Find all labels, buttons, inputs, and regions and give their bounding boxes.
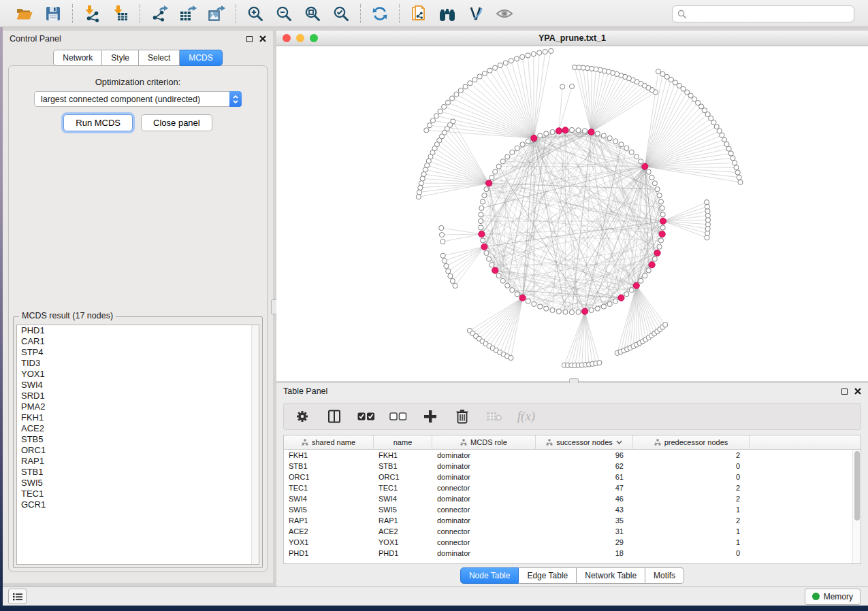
graph-mcds-node[interactable] [618,295,624,301]
graph-node[interactable] [619,142,624,147]
graph-leaf-node[interactable] [424,128,429,133]
graph-leaf-node[interactable] [434,114,439,118]
memory-button[interactable]: Memory [805,589,861,605]
graph-node[interactable] [480,199,485,204]
graph-mcds-node[interactable] [642,163,648,169]
graph-leaf-node[interactable] [722,137,726,142]
network-canvas[interactable] [276,46,868,381]
column-header-shared-name[interactable]: shared name [284,435,374,449]
graph-node[interactable] [569,310,574,314]
graph-leaf-node[interactable] [439,225,444,230]
graph-node[interactable] [624,146,629,150]
graph-node[interactable] [489,263,494,267]
tab-motifs[interactable]: Motifs [645,567,684,584]
float-panel-icon[interactable] [246,36,253,42]
graph-node[interactable] [652,257,657,261]
graph-mcds-node[interactable] [481,244,487,250]
graph-node[interactable] [484,187,489,192]
graph-leaf-node[interactable] [735,170,740,175]
graph-node[interactable] [655,187,660,192]
graph-node[interactable] [658,238,663,243]
select-all-button[interactable] [357,408,375,425]
graph-leaf-node[interactable] [442,259,447,263]
export-table-button[interactable] [176,3,200,24]
graph-node[interactable] [496,164,501,169]
graph-leaf-node[interactable] [446,269,451,274]
graph-node[interactable] [482,193,487,198]
graph-node[interactable] [607,301,612,306]
save-session-button[interactable] [41,3,65,24]
graph-mcds-node[interactable] [660,218,666,224]
refresh-button[interactable] [368,3,392,24]
graph-leaf-node[interactable] [734,165,739,170]
graph-node[interactable] [500,159,505,164]
graph-leaf-node[interactable] [458,88,463,93]
graph-node[interactable] [532,301,536,306]
graph-node[interactable] [493,169,498,174]
mcds-result-item[interactable]: STB1 [17,467,259,478]
graph-node[interactable] [601,304,606,309]
graph-leaf-node[interactable] [453,283,457,288]
graph-leaf-node[interactable] [737,175,741,180]
graph-node[interactable] [649,175,654,180]
graph-leaf-node[interactable] [569,84,574,88]
mcds-result-item[interactable]: ORC1 [17,445,259,456]
graph-node[interactable] [613,299,618,303]
graph-leaf-node[interactable] [438,109,443,114]
mcds-result-item[interactable]: ACE2 [17,423,259,434]
graph-node[interactable] [569,127,574,132]
delete-column-button[interactable] [453,408,471,425]
graph-mcds-node[interactable] [492,267,498,274]
graph-mcds-node[interactable] [581,308,588,314]
graph-node[interactable] [629,150,634,154]
graph-leaf-node[interactable] [730,156,735,161]
mcds-result-item[interactable]: CAR1 [17,336,259,347]
graph-node[interactable] [520,142,525,147]
tab-network-table[interactable]: Network Table [577,567,645,584]
graph-leaf-node[interactable] [509,59,513,63]
table-row[interactable]: SWI5SWI5connector431 [284,504,861,515]
mcds-list-scrollbar[interactable] [251,325,259,564]
graph-node[interactable] [613,139,618,144]
graph-leaf-node[interactable] [560,84,565,89]
graph-node[interactable] [576,128,581,133]
graph-node[interactable] [657,193,662,198]
graph-node[interactable] [646,169,651,174]
graph-leaf-node[interactable] [549,48,553,53]
graph-leaf-node[interactable] [430,118,435,123]
graph-node[interactable] [544,131,549,136]
graph-node[interactable] [601,133,606,138]
graph-leaf-node[interactable] [656,69,660,73]
graph-leaf-node[interactable] [493,65,498,70]
zoom-fit-button[interactable] [300,3,325,24]
graph-node[interactable] [556,309,561,314]
graph-leaf-node[interactable] [597,361,602,365]
graph-mcds-node[interactable] [556,128,562,134]
graph-leaf-node[interactable] [417,190,421,195]
mcds-result-item[interactable]: STB5 [17,434,259,445]
column-header-predecessor-nodes[interactable]: predecessor nodes [633,435,750,449]
tab-mcds[interactable]: MCDS [180,50,222,66]
graph-node[interactable] [660,212,665,217]
table-row[interactable]: STB1STB1dominator620 [284,461,861,472]
graph-mcds-node[interactable] [531,135,537,142]
graph-node[interactable] [657,244,662,249]
graph-leaf-node[interactable] [468,81,472,86]
graph-mcds-node[interactable] [654,250,660,256]
graph-node[interactable] [639,278,643,283]
graph-leaf-node[interactable] [477,74,482,79]
graph-node[interactable] [505,283,510,288]
graph-leaf-node[interactable] [728,151,733,156]
float-panel-icon[interactable] [841,389,848,395]
graph-mcds-node[interactable] [562,127,568,133]
mcds-result-item[interactable]: SWI4 [17,380,259,391]
graph-leaf-node[interactable] [503,61,508,65]
table-row[interactable]: SWI4SWI4dominator462 [284,493,861,504]
delete-table-button[interactable] [485,408,503,425]
graph-mcds-node[interactable] [479,231,485,237]
column-header-successor-nodes[interactable]: successor nodes [536,435,633,449]
graph-leaf-node[interactable] [420,176,425,181]
graph-leaf-node[interactable] [449,96,454,101]
graph-node[interactable] [646,268,651,273]
mcds-result-item[interactable]: TEC1 [17,489,259,499]
